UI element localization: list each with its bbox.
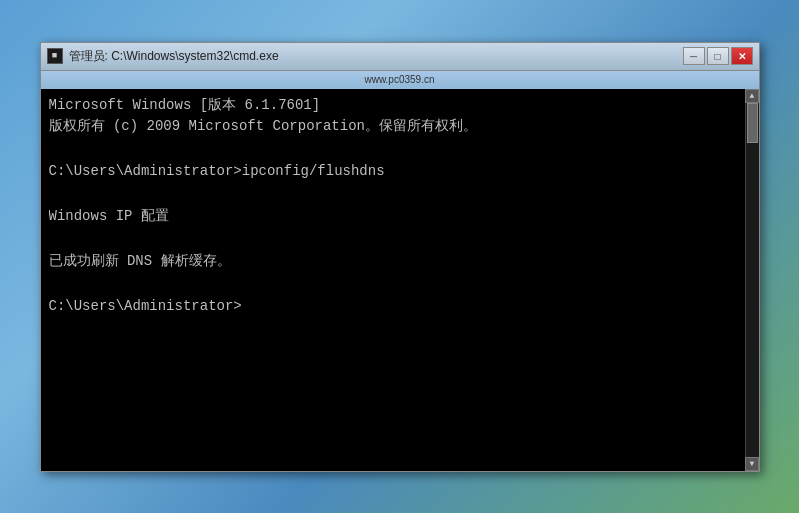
cmd-body[interactable]: Microsoft Windows [版本 6.1.7601] 版权所有 (c)… <box>41 89 759 471</box>
cmd-line-10: C:\Users\Administrator> <box>49 296 751 317</box>
cmd-line-1: Microsoft Windows [版本 6.1.7601] <box>49 95 751 116</box>
blank-line-1 <box>49 137 751 161</box>
cmd-line-2: 版权所有 (c) 2009 Microsoft Corporation。保留所有… <box>49 116 751 137</box>
title-bar: ■ 管理员: C:\Windows\system32\cmd.exe ─ □ ✕ <box>41 43 759 71</box>
cmd-content: Microsoft Windows [版本 6.1.7601] 版权所有 (c)… <box>49 95 751 465</box>
watermark-text: www.pc0359.cn <box>364 74 434 85</box>
minimize-button[interactable]: ─ <box>683 47 705 65</box>
cmd-icon: ■ <box>47 48 63 64</box>
title-bar-left: ■ 管理员: C:\Windows\system32\cmd.exe <box>47 48 279 65</box>
restore-button[interactable]: □ <box>707 47 729 65</box>
title-bar-controls: ─ □ ✕ <box>683 47 753 65</box>
window-title: 管理员: C:\Windows\system32\cmd.exe <box>69 48 279 65</box>
cmd-line-4: C:\Users\Administrator>ipconfig/flushdns <box>49 161 751 182</box>
scrollbar[interactable]: ▲ ▼ <box>745 89 759 471</box>
scrollbar-thumb[interactable] <box>747 103 758 143</box>
blank-line-2 <box>49 182 751 206</box>
blank-line-3 <box>49 227 751 251</box>
scroll-down-button[interactable]: ▼ <box>745 457 759 471</box>
scroll-up-button[interactable]: ▲ <box>745 89 759 103</box>
scrollbar-track[interactable] <box>746 103 759 457</box>
cmd-window: ■ 管理员: C:\Windows\system32\cmd.exe ─ □ ✕… <box>40 42 760 472</box>
close-button[interactable]: ✕ <box>731 47 753 65</box>
cmd-line-8: 已成功刷新 DNS 解析缓存。 <box>49 251 751 272</box>
blank-line-4 <box>49 272 751 296</box>
watermark-bar: www.pc0359.cn <box>41 71 759 89</box>
cmd-line-6: Windows IP 配置 <box>49 206 751 227</box>
